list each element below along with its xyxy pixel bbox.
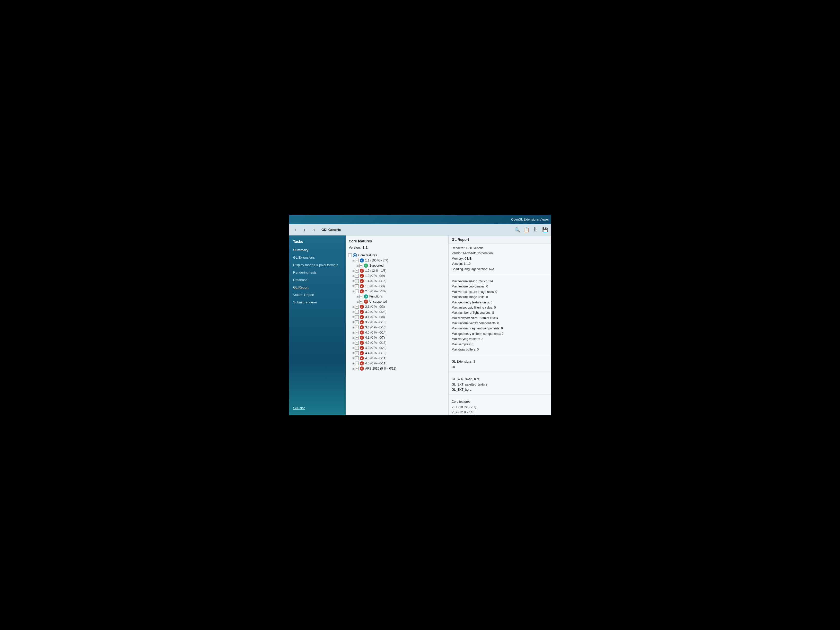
expand-btn[interactable]: + xyxy=(359,295,363,298)
red-dot-icon: ● xyxy=(360,274,364,278)
tree-connector: ⊞ xyxy=(352,316,355,319)
tree-item[interactable]: ⊞ + ● 3.0 (0 % - 0/23) xyxy=(347,309,447,314)
tree-item[interactable]: ⊞ + ● 3.2 (0 % - 0/10) xyxy=(347,320,447,325)
expand-btn[interactable]: + xyxy=(355,346,359,350)
tree-label: 1.2 (12 % - 1/8) xyxy=(365,269,387,273)
info-line: Memory: 0 MB xyxy=(452,256,548,261)
expand-btn[interactable]: + xyxy=(355,305,359,309)
tree-connector: ⊟ xyxy=(352,259,355,262)
expand-btn[interactable]: + xyxy=(355,367,359,370)
tree-item[interactable]: ⊞ + ● 4.2 (0 % - 0/13) xyxy=(347,340,447,345)
tree-item[interactable]: ⊞ + ● 2.1 (0 % - 0/3) xyxy=(347,304,447,309)
tree-label: 3.0 (0 % - 0/23) xyxy=(365,310,387,314)
expand-btn[interactable]: + xyxy=(355,336,359,339)
tree-item[interactable]: ⊞ + ● 4.1 (0 % - 0/7) xyxy=(347,335,447,340)
expand-btn[interactable]: + xyxy=(355,351,359,355)
expand-btn[interactable]: + xyxy=(355,279,359,283)
info-line: Max uniform vertex components: 0 xyxy=(452,321,548,326)
toolbar: ‹ › ⌂ GDI Generic 🔍 📋 🗄 💾 xyxy=(289,224,551,235)
expand-btn[interactable]: + xyxy=(355,321,359,324)
tree-item[interactable]: ⊟ − ● 2.0 (0 %- 0/10) xyxy=(347,289,447,294)
expand-btn[interactable]: − xyxy=(355,289,359,293)
save-icon: 💾 xyxy=(542,227,548,233)
expand-btn[interactable]: + xyxy=(355,310,359,314)
info-line: GL Extensions: 3 xyxy=(452,359,548,364)
expand-btn[interactable]: + xyxy=(359,264,363,267)
home-button[interactable]: ⌂ xyxy=(309,226,318,234)
info-line: Max number of light sources: 8 xyxy=(452,310,548,315)
red-dot-icon: ● xyxy=(360,289,364,294)
red-dot-icon: ● xyxy=(360,279,364,283)
copy-button[interactable]: 📋 xyxy=(523,226,531,234)
expand-btn[interactable]: + xyxy=(355,274,359,278)
tree-item[interactable]: ⊞ + ● 3.3 (0 % - 0/10) xyxy=(347,325,447,330)
sidebar-item-display-modes[interactable]: Display modes & pixel formats xyxy=(289,261,346,269)
red-dot-icon: ● xyxy=(360,315,364,319)
expand-btn[interactable]: + xyxy=(355,269,359,273)
red-dot-icon: ● xyxy=(360,330,364,335)
tree-connector: ⊞ xyxy=(352,362,355,365)
tree-item[interactable]: ⊞ + ● 4.3 (0 % - 0/23) xyxy=(347,345,447,351)
tree-label: 1.1 (100 % - 7/7) xyxy=(365,259,388,262)
save-button[interactable]: 💾 xyxy=(541,226,549,234)
back-button[interactable]: ‹ xyxy=(291,226,299,234)
expand-btn[interactable]: + xyxy=(359,300,363,303)
tree-item[interactable]: ⊞ + ● 4.5 (0 % - 0/11) xyxy=(347,356,447,361)
title-bar: OpenGL Extensions Viewer xyxy=(289,215,551,224)
tree-item[interactable]: ⊞ + ● Supported xyxy=(347,263,447,268)
tree-item[interactable]: ⊞ + ● 3.1 (0 % - 0/8) xyxy=(347,314,447,320)
tree-connector: ⊞ xyxy=(357,295,359,298)
red-dot-icon: ● xyxy=(360,284,364,288)
tree-item[interactable]: ⊞ + ● 4.4 (0 % - 0/10) xyxy=(347,351,447,356)
red-dot-icon: ● xyxy=(360,269,364,273)
database-button[interactable]: 🗄 xyxy=(532,226,540,234)
expand-btn[interactable]: + xyxy=(355,325,359,329)
info-line: Max viewport size: 16384 x 16384 xyxy=(452,316,548,321)
expand-btn[interactable]: + xyxy=(355,341,359,344)
tree-item[interactable]: ⊞ + ● 1.5 (0 % - 0/3) xyxy=(347,284,447,289)
search-button[interactable]: 🔍 xyxy=(513,226,521,234)
expand-btn[interactable]: + xyxy=(355,315,359,319)
tree-item[interactable]: ⊟ − ● 1.1 (100 % - 7/7) xyxy=(347,258,447,263)
expand-btn[interactable]: − xyxy=(348,254,352,257)
tree-item[interactable]: ⊞ + ● 4.6 (0 % - 0/11) xyxy=(347,361,447,366)
expand-btn[interactable]: + xyxy=(355,284,359,288)
sidebar-item-gl-report[interactable]: GL Report xyxy=(289,284,346,291)
tree-item[interactable]: ⊞ + ● Unsupported xyxy=(347,299,447,304)
red-dot-icon: ● xyxy=(360,310,364,314)
tree-label: 1.3 (0 % - 0/9) xyxy=(365,274,385,278)
tree-connector: ⊟ xyxy=(352,290,355,293)
sidebar-item-gl-extensions[interactable]: GL Extensions xyxy=(289,254,346,261)
sidebar-item-database[interactable]: Database xyxy=(289,276,346,284)
sidebar-item-vulkan-report[interactable]: Vulkan Report xyxy=(289,291,346,298)
expand-btn[interactable]: + xyxy=(355,362,359,365)
info-line: \i0 xyxy=(452,365,548,369)
tree-item[interactable]: − Core features xyxy=(347,253,447,258)
tree-label: 2.0 (0 %- 0/10) xyxy=(365,289,385,293)
red-dot-icon: ● xyxy=(360,346,364,350)
tree-item[interactable]: ⊞ + ● 4.0 (0 % - 0/14) xyxy=(347,330,447,335)
toolbar-icons: 🔍 📋 🗄 💾 xyxy=(513,226,549,234)
expand-btn[interactable]: + xyxy=(355,357,359,360)
info-line: Max uniform fragment components: 0 xyxy=(452,326,548,331)
sidebar-item-rendering-tests[interactable]: Rendering tests xyxy=(289,269,346,276)
info-line: Vendor: Microsoft Corporation xyxy=(452,251,548,256)
tree-item[interactable]: ⊞ + ⟳ Functions xyxy=(347,294,447,299)
teal-dot-icon: ⟳ xyxy=(364,294,368,298)
sidebar-footer[interactable]: See also xyxy=(289,404,346,412)
red-dot-icon: ● xyxy=(360,341,364,345)
tree-label: Unsupported xyxy=(369,300,387,303)
tree-item[interactable]: ⊞ + ● 1.2 (12 % - 1/8) xyxy=(347,268,447,273)
tree-item[interactable]: ⊞ + ● 1.3 (0 % - 0/9) xyxy=(347,273,447,278)
expand-btn[interactable]: + xyxy=(355,331,359,334)
sidebar-item-summary[interactable]: Summary xyxy=(289,246,346,254)
expand-btn[interactable]: − xyxy=(355,259,359,262)
tree-connector: ⊞ xyxy=(352,310,355,314)
device-name: GDI Generic xyxy=(319,227,343,233)
tree-item[interactable]: ⊞ + ● ARB 2015 (0 % - 0/12) xyxy=(347,366,447,371)
tree-connector: ⊞ xyxy=(352,269,355,273)
tree-item[interactable]: ⊞ + ● 1.4 (0 % - 0/15) xyxy=(347,278,447,284)
red-dot-icon: ● xyxy=(360,320,364,324)
forward-button[interactable]: › xyxy=(300,226,309,234)
sidebar-item-submit-renderer[interactable]: Submit renderer xyxy=(289,298,346,306)
